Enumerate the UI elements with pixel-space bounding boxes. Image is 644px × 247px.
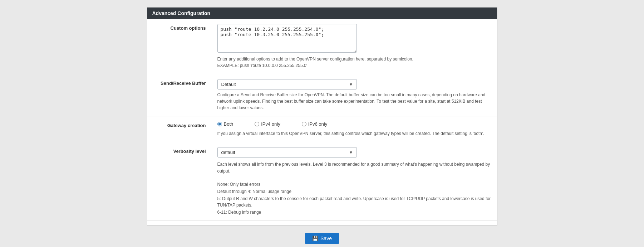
verbosity-level-label: Verbosity level (147, 142, 212, 221)
verbosity-level-default: Default through 4: Normal usage range (217, 188, 491, 195)
verbosity-level-0: None: Only fatal errors (217, 181, 491, 188)
gateway-both-label: Both (224, 121, 233, 127)
custom-options-row: Custom options Enter any additional opti… (147, 19, 497, 74)
gateway-creation-label: Gateway creation (147, 116, 212, 142)
verbosity-level-select[interactable]: default 0 1 2 3 4 5 6 7 8 9 10 11 (217, 147, 357, 158)
gateway-ipv6-label: IPv6 only (308, 121, 327, 127)
gateway-creation-row: Gateway creation Both IPv4 only IPv6 onl… (147, 116, 497, 142)
send-receive-buffer-help: Configure a Send and Receive Buffer size… (217, 92, 491, 111)
main-container: Advanced Configuration Custom options En… (147, 7, 497, 226)
custom-options-textarea[interactable] (217, 24, 357, 53)
gateway-creation-help-text: If you assign a virtual interface to thi… (217, 131, 484, 136)
verbosity-level-5: 5: Output R and W characters to the cons… (217, 195, 491, 208)
send-receive-buffer-row: Send/Receive Buffer Default 512 KiB 1 Mi… (147, 74, 497, 116)
verbosity-level-row: Verbosity level default 0 1 2 3 4 5 6 7 … (147, 142, 497, 221)
gateway-ipv6-option[interactable]: IPv6 only (302, 121, 327, 127)
send-receive-buffer-cell: Default 512 KiB 1 MiB 2 MiB 4 MiB ▼ Conf… (212, 74, 497, 116)
gateway-both-radio[interactable] (217, 122, 222, 126)
send-receive-buffer-help-text: Configure a Send and Receive Buffer size… (217, 92, 486, 110)
gateway-ipv4-option[interactable]: IPv4 only (255, 121, 280, 127)
custom-options-help: Enter any additional options to add to t… (217, 56, 491, 69)
gateway-ipv4-label: IPv4 only (261, 121, 280, 127)
custom-options-help-text: Enter any additional options to add to t… (217, 57, 413, 62)
custom-options-example: EXAMPLE: push 'route 10.0.0.0 255.255.25… (217, 62, 491, 69)
gateway-creation-radio-group: Both IPv4 only IPv6 only (217, 121, 491, 127)
gateway-ipv6-radio[interactable] (302, 122, 306, 126)
gateway-creation-cell: Both IPv4 only IPv6 only If you assign a… (212, 116, 497, 142)
save-button-label: Save (320, 236, 332, 241)
verbosity-level-cell: default 0 1 2 3 4 5 6 7 8 9 10 11 ▼ (212, 142, 497, 221)
bottom-border-row (147, 221, 497, 225)
save-section: 💾 Save (305, 226, 339, 247)
gateway-creation-help: If you assign a virtual interface to thi… (217, 130, 491, 137)
save-button[interactable]: 💾 Save (305, 233, 339, 244)
verbosity-summary: Each level shows all info from the previ… (217, 161, 491, 175)
custom-options-cell: Enter any additional options to add to t… (212, 19, 497, 74)
section-title: Advanced Configuration (152, 10, 211, 16)
gateway-ipv4-radio[interactable] (255, 122, 259, 126)
custom-options-label: Custom options (147, 19, 212, 74)
send-receive-buffer-select[interactable]: Default 512 KiB 1 MiB 2 MiB 4 MiB (217, 79, 357, 89)
send-receive-buffer-select-wrapper: Default 512 KiB 1 MiB 2 MiB 4 MiB ▼ (217, 79, 357, 89)
verbosity-level-select-wrapper: default 0 1 2 3 4 5 6 7 8 9 10 11 ▼ (217, 147, 357, 158)
config-table: Custom options Enter any additional opti… (147, 19, 497, 225)
save-icon: 💾 (312, 236, 318, 241)
verbosity-help: Each level shows all info from the previ… (217, 161, 491, 215)
section-header: Advanced Configuration (147, 8, 497, 19)
send-receive-buffer-label: Send/Receive Buffer (147, 74, 212, 116)
verbosity-level-6-11: 6-11: Debug info range (217, 209, 491, 215)
gateway-both-option[interactable]: Both (217, 121, 233, 127)
